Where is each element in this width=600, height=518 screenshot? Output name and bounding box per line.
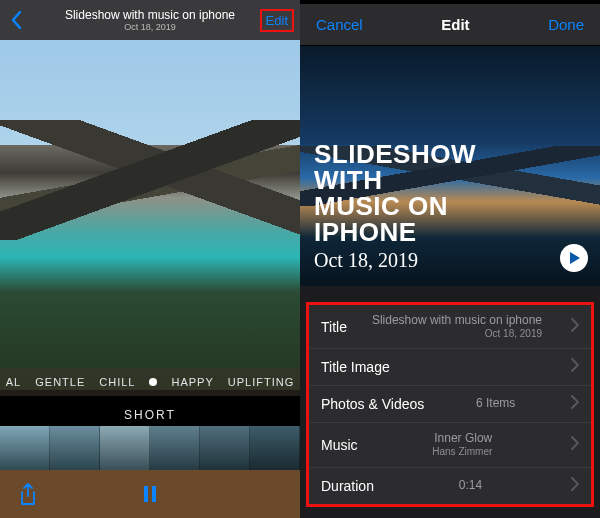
share-icon[interactable] (18, 482, 38, 506)
thumbnail[interactable] (250, 426, 300, 470)
row-value: Inner Glow Hans Zimmer (432, 432, 492, 457)
memory-player-screen: Slideshow with music on iphone Oct 18, 2… (0, 0, 300, 518)
row-value: 6 Items (476, 397, 515, 411)
cancel-button[interactable]: Cancel (316, 16, 363, 33)
svg-rect-1 (152, 486, 156, 502)
row-label: Photos & Videos (321, 396, 424, 412)
memory-settings-list: Title Slideshow with music on iphone Oct… (306, 302, 594, 507)
mood-picker[interactable]: AL GENTLE CHILL HAPPY UPLIFTING (0, 368, 300, 396)
row-photos-videos[interactable]: Photos & Videos 6 Items (309, 386, 591, 423)
mood-option[interactable]: HAPPY (171, 376, 213, 388)
memory-hero: SLIDESHOW WITH MUSIC ON IPHONE Oct 18, 2… (300, 46, 600, 286)
row-title[interactable]: Title Slideshow with music on iphone Oct… (309, 305, 591, 349)
row-value-sub: Hans Zimmer (432, 446, 492, 458)
memory-photo[interactable] (0, 40, 300, 390)
mood-selected-dot-icon (149, 378, 157, 386)
svg-rect-0 (144, 486, 148, 502)
chevron-right-icon (571, 318, 583, 336)
row-value-sub: Oct 18, 2019 (372, 328, 542, 340)
play-icon (569, 251, 581, 265)
hero-date: Oct 18, 2019 (314, 249, 550, 272)
row-value: 0:14 (459, 479, 482, 493)
mood-option[interactable]: AL (6, 376, 21, 388)
chevron-right-icon (571, 477, 583, 495)
mood-option[interactable]: UPLIFTING (228, 376, 294, 388)
duration-preset-label[interactable]: SHORT (0, 408, 300, 422)
memory-date: Oct 18, 2019 (65, 22, 235, 32)
row-label: Title Image (321, 359, 390, 375)
row-value-text: Slideshow with music on iphone (372, 313, 542, 327)
thumbnail[interactable] (100, 426, 150, 470)
hero-title-line: MUSIC ON IPHONE (314, 193, 550, 245)
edit-memory-screen: Cancel Edit Done SLIDESHOW WITH MUSIC ON… (300, 0, 600, 518)
edit-header: Cancel Edit Done (300, 0, 600, 46)
screen-title: Edit (441, 16, 469, 33)
chevron-right-icon (571, 436, 583, 454)
thumbnail-strip[interactable] (0, 426, 300, 470)
back-chevron-icon[interactable] (10, 10, 22, 34)
chevron-right-icon (571, 395, 583, 413)
done-button[interactable]: Done (548, 16, 584, 33)
pause-icon[interactable] (142, 485, 158, 503)
mood-option[interactable]: CHILL (99, 376, 135, 388)
row-label: Title (321, 319, 347, 335)
row-title-image[interactable]: Title Image (309, 349, 591, 386)
row-value-text: Inner Glow (434, 431, 492, 445)
row-music[interactable]: Music Inner Glow Hans Zimmer (309, 423, 591, 467)
row-value: Slideshow with music on iphone Oct 18, 2… (372, 314, 542, 339)
chevron-right-icon (571, 358, 583, 376)
thumbnail[interactable] (0, 426, 50, 470)
mood-option[interactable]: GENTLE (35, 376, 85, 388)
memory-title: Slideshow with music on iphone (65, 8, 235, 22)
thumbnail[interactable] (150, 426, 200, 470)
row-duration[interactable]: Duration 0:14 (309, 468, 591, 504)
edit-button[interactable]: Edit (260, 9, 294, 32)
thumbnail[interactable] (50, 426, 100, 470)
landscape-decoration (0, 120, 300, 240)
play-button[interactable] (560, 244, 588, 272)
hero-title-line: SLIDESHOW WITH (314, 141, 550, 193)
player-toolbar (0, 470, 300, 518)
thumbnail[interactable] (200, 426, 250, 470)
row-label: Duration (321, 478, 374, 494)
player-header: Slideshow with music on iphone Oct 18, 2… (0, 0, 300, 40)
row-label: Music (321, 437, 358, 453)
